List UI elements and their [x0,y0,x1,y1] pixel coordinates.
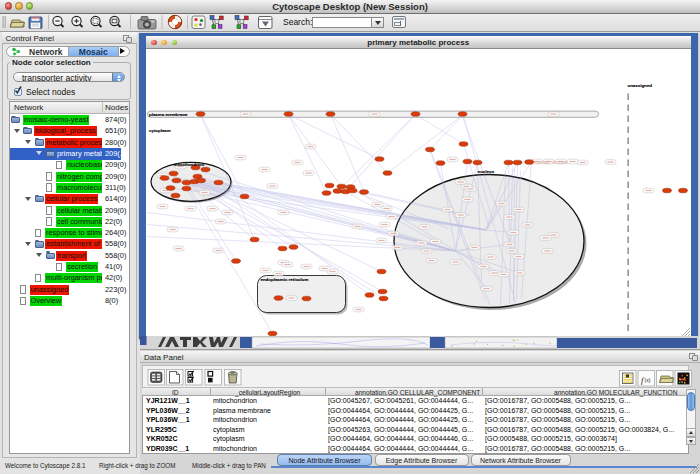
svg-text:plasma membrane: plasma membrane [149,111,188,116]
svg-text:endoplasmic reticulum: endoplasmic reticulum [260,277,308,282]
svg-text:(x): (x) [645,377,651,383]
svg-text:mitochondrion: mitochondrion [173,162,204,167]
svg-text:YDR384C YKL120W: YDR384C YKL120W [534,160,567,164]
svg-text:unassigned: unassigned [627,83,652,88]
svg-text:cytoplasm: cytoplasm [149,127,171,132]
svg-text:nucleus: nucleus [477,169,494,174]
